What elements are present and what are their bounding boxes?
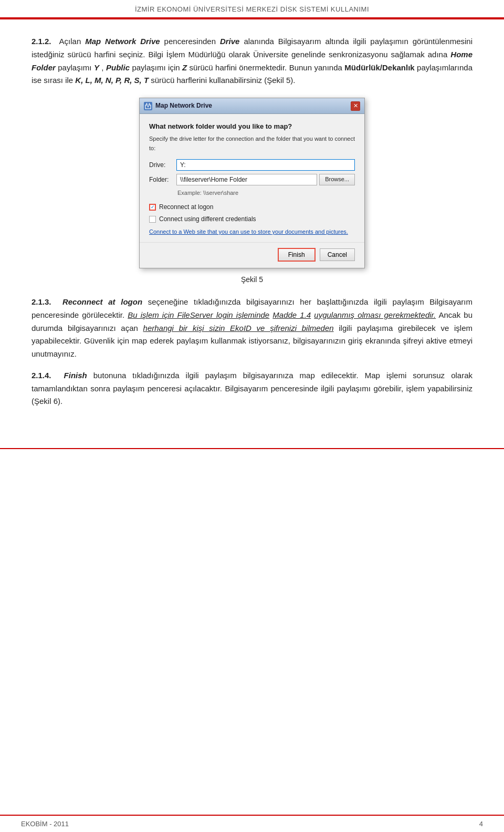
svg-point-1 (148, 106, 149, 107)
dialog-container: Map Network Drive ✕ What network folder … (32, 98, 472, 268)
section-214-paragraph: 2.1.4. Finish butonuna tıkladığınızda il… (32, 369, 472, 408)
footer-left: EKOBİM - 2011 (21, 820, 69, 828)
dialog-folder-value: \\fileserver\Home Folder (180, 175, 247, 185)
dialog-titlebar-left: Map Network Drive (144, 101, 212, 111)
section-number-212: 2.1.2. (32, 37, 51, 46)
text-fileserver: Bu işlem için FileServer login işleminde (128, 310, 269, 319)
dialog-credentials-row[interactable]: Connect using different credentials (149, 214, 355, 224)
text-drive: Drive (140, 37, 160, 46)
text-uygulanmis: uygulanmış olması gerekmektedir. (314, 310, 436, 319)
section-213-num: 2.1.3. (32, 297, 51, 306)
text-y: Y (94, 63, 99, 72)
dialog-subtext: Specify the drive letter for the connect… (149, 134, 355, 153)
dialog-cancel-button[interactable]: Cancel (320, 248, 355, 261)
text-herhangi: herhangi bir kişi sizin EkoID ve şifreni… (143, 324, 334, 332)
text-network: Network (105, 37, 136, 46)
dialog-credentials-label: Connect using different credentials (159, 214, 256, 224)
dialog-body: What network folder would you like to ma… (140, 114, 364, 242)
text-drive2: Drive (220, 37, 240, 46)
text-reconnect: Reconnect at logon (62, 297, 142, 306)
dialog-folder-input[interactable]: \\fileserver\Home Folder (176, 174, 317, 185)
dialog-close-button[interactable]: ✕ (351, 101, 360, 111)
text-mudurluk: Müdürlük/Dekanlık (344, 63, 414, 72)
dialog-folder-row: Folder: \\fileserver\Home Folder Browse.… (149, 174, 355, 185)
text-finish: Finish (64, 371, 87, 380)
dialog-example: Example: \\server\share (177, 189, 355, 198)
dialog-headline: What network folder would you like to ma… (149, 121, 355, 132)
dialog-web-link[interactable]: Connect to a Web site that you can use t… (149, 227, 355, 237)
dialog-reconnect-label: Reconnect at logon (159, 202, 213, 212)
footer-right: 4 (479, 820, 483, 828)
section-214-num: 2.1.4. (32, 371, 51, 380)
dialog-credentials-checkbox[interactable] (149, 216, 156, 223)
dialog-folder-label: Folder: (149, 175, 176, 185)
dialog-titlebar: Map Network Drive ✕ (140, 98, 364, 114)
dialog-drive-input[interactable]: Y: (176, 159, 355, 171)
dialog-window: Map Network Drive ✕ What network folder … (139, 98, 365, 268)
page-content: 2.1.2. Açılan Map Network Drive penceres… (0, 19, 504, 448)
dialog-footer: Finish Cancel (140, 242, 364, 268)
dialog-drive-row: Drive: Y: (149, 159, 355, 171)
dialog-drive-value: Y: (180, 160, 186, 170)
dialog-browse-button[interactable]: Browse... (319, 174, 355, 185)
text-madde: Madde 1.4 (272, 310, 311, 319)
dialog-browse-label: Browse... (325, 175, 349, 184)
text-map: Map (85, 37, 101, 46)
section-213-paragraph: 2.1.3. Reconnect at logon seçeneğine tık… (32, 296, 472, 361)
dialog-drive-label: Drive: (149, 160, 176, 170)
page-footer: EKOBİM - 2011 4 (0, 815, 504, 832)
text-public: Public (106, 63, 130, 72)
dialog-title: Map Network Drive (155, 101, 212, 111)
page-header: İZMİR EKONOMİ ÜNİVERSİTESİ MERKEZİ DİSK … (0, 0, 504, 18)
dialog-reconnect-checkbox[interactable]: ✓ (149, 204, 156, 211)
text-z: Z (182, 63, 187, 72)
text-letters: K, L, M, N, P, R, S, T (75, 76, 149, 85)
dialog-finish-button[interactable]: Finish (278, 248, 316, 262)
header-title: İZMİR EKONOMİ ÜNİVERSİTESİ MERKEZİ DİSK … (135, 5, 369, 13)
dialog-titlebar-icon (144, 102, 152, 110)
figure-caption: Şekil 5 (32, 274, 472, 285)
footer-divider (0, 448, 504, 449)
section-212-paragraph: 2.1.2. Açılan Map Network Drive penceres… (32, 35, 472, 87)
dialog-reconnect-row[interactable]: ✓ Reconnect at logon (149, 202, 355, 212)
